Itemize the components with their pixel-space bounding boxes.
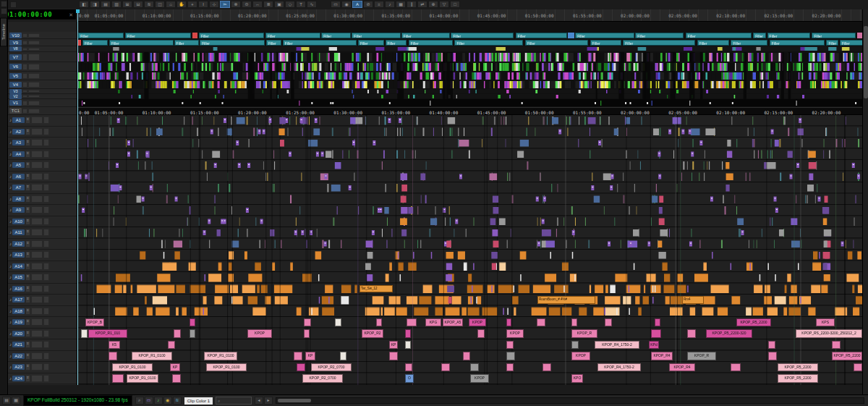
track-option-box[interactable] xyxy=(31,240,43,248)
track-button-V7[interactable]: V7 xyxy=(9,54,22,60)
audio-clip[interactable]: KPOP_R1_010 xyxy=(88,329,127,338)
toolbar-icon[interactable]: ⊘ xyxy=(363,1,373,8)
audio-clip[interactable]: KPOP_R1_0100 xyxy=(204,352,237,360)
track-button-A12[interactable]: A12 xyxy=(12,241,25,247)
audio-clip[interactable] xyxy=(294,352,302,360)
track-option-box[interactable] xyxy=(31,308,43,315)
track-option-box[interactable] xyxy=(22,109,27,114)
track-option-box[interactable]: ≡ xyxy=(25,363,30,371)
toolbar-icon[interactable]: ⊹ xyxy=(209,1,219,8)
track-button-A19[interactable]: A19 xyxy=(12,319,25,325)
audio-clip[interactable] xyxy=(655,318,660,327)
toolbar-icon[interactable]: ▣ xyxy=(274,1,284,8)
track-option-box[interactable] xyxy=(22,48,27,51)
filler-clip[interactable]: Filler xyxy=(200,40,265,46)
audio-clip[interactable]: KPOP_R xyxy=(687,352,716,360)
audio-clip[interactable] xyxy=(304,318,311,327)
toolbar-icon[interactable]: ⊕ xyxy=(428,1,438,8)
audio-clip[interactable] xyxy=(112,374,124,383)
track-button-V5[interactable]: V5 xyxy=(9,73,22,79)
audio-clip[interactable]: KPOP_R1_0100 xyxy=(206,363,247,372)
audio-clip[interactable]: KPOP_R5_2200 xyxy=(736,318,771,327)
track-option-box[interactable] xyxy=(22,90,27,93)
audio-clip[interactable]: KP xyxy=(170,363,180,372)
track-option-box[interactable] xyxy=(43,352,49,360)
close-icon[interactable]: ✕ xyxy=(69,12,73,17)
track-option-box[interactable]: ≡ xyxy=(25,218,30,225)
filler-clip[interactable]: Filler xyxy=(590,40,621,46)
toolbar-icon[interactable]: ⊗ xyxy=(231,1,241,8)
audio-clip[interactable]: KPOP_R5_2200 xyxy=(832,352,862,360)
track-option-box[interactable]: ≡ xyxy=(25,128,30,135)
track-button-A8[interactable]: A8 xyxy=(12,196,25,202)
track-option-box[interactable] xyxy=(22,41,27,45)
track-option-box[interactable] xyxy=(43,363,49,371)
toolbar-icon[interactable]: ⊜ xyxy=(242,1,252,8)
track-option-box[interactable] xyxy=(43,341,49,348)
track-option-box[interactable] xyxy=(43,240,49,248)
track-button-A6[interactable]: A6 xyxy=(12,174,25,179)
audio-clip[interactable] xyxy=(571,341,579,350)
track-option-box[interactable] xyxy=(31,229,43,236)
audio-clip[interactable] xyxy=(542,363,551,372)
track-option-box[interactable] xyxy=(31,296,43,303)
track-option-box[interactable] xyxy=(22,73,27,79)
track-button-A10[interactable]: A10 xyxy=(12,219,25,224)
track-button-A3[interactable]: A3 xyxy=(12,140,25,145)
track-button-V9[interactable]: V9 xyxy=(9,40,22,46)
track-button-A22[interactable]: A22 xyxy=(12,353,25,359)
track-option-box[interactable] xyxy=(28,90,40,93)
track-option-box[interactable] xyxy=(31,352,43,360)
track-option-box[interactable]: ≡ xyxy=(25,240,30,248)
filler-clip[interactable]: Filler xyxy=(770,40,825,46)
toolbar-icon[interactable]: ⊟ xyxy=(133,1,143,8)
track-option-box[interactable] xyxy=(28,41,40,45)
timeline-ruler[interactable]: 0:0001:05:00:0001:10:00:0001:15:00:0001:… xyxy=(77,9,862,22)
scroll-arrow-icon[interactable]: ▸ xyxy=(264,397,273,405)
filler-clip[interactable]: Filler xyxy=(386,40,407,46)
filler-clip[interactable]: Filler xyxy=(840,40,862,46)
audio-clip[interactable]: KPOP_B xyxy=(85,318,104,327)
track-button-A11[interactable]: A11 xyxy=(12,229,25,235)
filler-clip[interactable]: Filler xyxy=(199,33,264,38)
toolbar-icon[interactable]: ◫ xyxy=(155,1,165,8)
track-option-box[interactable] xyxy=(43,308,49,315)
filler-clip[interactable]: Filler xyxy=(525,40,588,46)
audio-clip[interactable]: KPOP_R4 xyxy=(669,363,695,372)
vertical-scrollbar[interactable] xyxy=(862,9,868,394)
track-option-box[interactable]: ≡ xyxy=(25,139,30,146)
toolbar-icon[interactable]: ▭ xyxy=(331,1,341,8)
track-option-box[interactable]: ≡ xyxy=(25,274,30,281)
track-option-box[interactable] xyxy=(28,54,40,61)
orange-audio-clip[interactable]: Tar_Sw_12 xyxy=(359,285,393,293)
audio-clip[interactable]: KPOP_RS_2200-3200_250212_2 xyxy=(796,329,862,338)
audio-clip[interactable] xyxy=(506,318,511,327)
track-option-box[interactable] xyxy=(31,206,43,213)
track-option-box[interactable] xyxy=(43,218,49,225)
audio-clip[interactable]: KPOP_A5 xyxy=(443,318,463,327)
horizontal-scrollbar[interactable] xyxy=(276,397,864,404)
track-option-box[interactable] xyxy=(22,101,27,106)
filler-clip[interactable]: Filler xyxy=(451,33,514,38)
audio-clip[interactable] xyxy=(335,318,341,327)
track-option-box[interactable] xyxy=(43,330,49,337)
track-option-box[interactable] xyxy=(22,64,27,70)
audio-clip[interactable] xyxy=(174,329,181,338)
filler-clip[interactable]: Filler xyxy=(358,40,384,46)
track-button-A4[interactable]: A4 xyxy=(12,151,25,157)
audio-clip[interactable] xyxy=(172,374,181,383)
horizontal-scrollbar-thumb[interactable] xyxy=(278,399,311,402)
track-option-box[interactable] xyxy=(43,128,49,135)
track-option-box[interactable] xyxy=(31,139,43,146)
track-option-box[interactable] xyxy=(43,173,49,180)
audio-clip[interactable] xyxy=(687,329,696,338)
track-button-A14[interactable]: A14 xyxy=(12,263,25,269)
toolbar-icon[interactable]: ∿ xyxy=(307,1,317,8)
timeline-content[interactable]: FillerFillerFillerFillerFillerFillerFill… xyxy=(77,22,862,385)
toolbar-icon[interactable]: ◇ xyxy=(285,1,295,8)
audio-clip[interactable]: KP xyxy=(389,341,398,350)
track-option-box[interactable] xyxy=(43,206,49,213)
bottom-tool-icon[interactable]: ≋ xyxy=(173,397,182,405)
toolbar-icon[interactable]: ◧ xyxy=(79,1,89,8)
audio-clip[interactable] xyxy=(405,363,412,372)
